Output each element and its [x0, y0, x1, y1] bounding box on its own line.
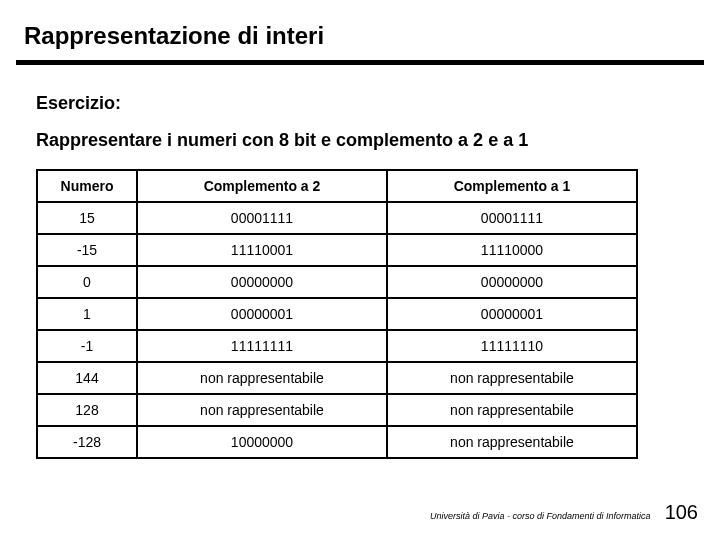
- table-cell: non rappresentabile: [137, 362, 387, 394]
- table-cell: 11111110: [387, 330, 637, 362]
- slide-body: Esercizio: Rappresentare i numeri con 8 …: [0, 65, 720, 459]
- table-row: 1 00000001 00000001: [37, 298, 637, 330]
- table-cell: non rappresentabile: [387, 362, 637, 394]
- page-title: Rappresentazione di interi: [0, 0, 720, 60]
- table-row: -128 10000000 non rappresentabile: [37, 426, 637, 458]
- table-row: 15 00001111 00001111: [37, 202, 637, 234]
- table-cell: 15: [37, 202, 137, 234]
- table-cell: 00000000: [137, 266, 387, 298]
- table-cell: 11110001: [137, 234, 387, 266]
- footer-page-number: 106: [665, 501, 698, 524]
- table-cell: 00000001: [387, 298, 637, 330]
- table-cell: 128: [37, 394, 137, 426]
- table-header: Complemento a 1: [387, 170, 637, 202]
- table-header-row: Numero Complemento a 2 Complemento a 1: [37, 170, 637, 202]
- exercise-text: Rappresentare i numeri con 8 bit e compl…: [36, 130, 684, 151]
- table-cell: -1: [37, 330, 137, 362]
- table-cell: non rappresentabile: [137, 394, 387, 426]
- footer: Università di Pavia - corso di Fondament…: [430, 501, 698, 524]
- table-cell: -15: [37, 234, 137, 266]
- table-cell: 11111111: [137, 330, 387, 362]
- table-cell: 1: [37, 298, 137, 330]
- table-cell: non rappresentabile: [387, 394, 637, 426]
- table-cell: non rappresentabile: [387, 426, 637, 458]
- table-cell: 00001111: [387, 202, 637, 234]
- table-row: 0 00000000 00000000: [37, 266, 637, 298]
- table-cell: 10000000: [137, 426, 387, 458]
- table-header: Numero: [37, 170, 137, 202]
- table-header: Complemento a 2: [137, 170, 387, 202]
- table-cell: 0: [37, 266, 137, 298]
- table-row: -1 11111111 11111110: [37, 330, 637, 362]
- exercise-label: Esercizio:: [36, 93, 684, 114]
- footer-course: Università di Pavia - corso di Fondament…: [430, 511, 651, 521]
- table-cell: 00000000: [387, 266, 637, 298]
- table-cell: 00000001: [137, 298, 387, 330]
- table-row: 144 non rappresentabile non rappresentab…: [37, 362, 637, 394]
- table-cell: 144: [37, 362, 137, 394]
- table-row: -15 11110001 11110000: [37, 234, 637, 266]
- slide: Rappresentazione di interi Esercizio: Ra…: [0, 0, 720, 540]
- table-cell: 11110000: [387, 234, 637, 266]
- table-cell: -128: [37, 426, 137, 458]
- table-row: 128 non rappresentabile non rappresentab…: [37, 394, 637, 426]
- representation-table: Numero Complemento a 2 Complemento a 1 1…: [36, 169, 638, 459]
- table-cell: 00001111: [137, 202, 387, 234]
